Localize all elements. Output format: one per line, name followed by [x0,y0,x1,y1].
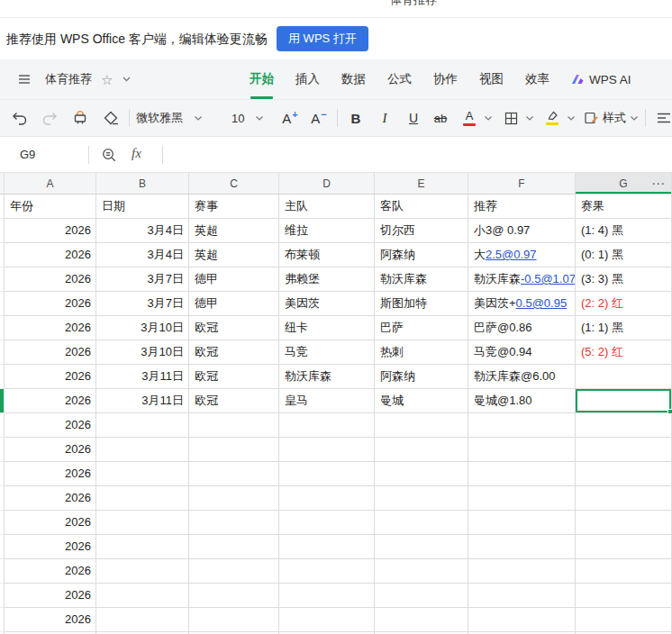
cell-D9[interactable]: 皇马 [279,389,375,413]
cell-B7[interactable]: 3月10日 [96,340,189,365]
cell-B8[interactable]: 3月11日 [96,365,189,389]
cell-A14[interactable]: 2026 [5,511,96,535]
cell-A11[interactable]: 2026 [5,438,96,462]
cell-D16[interactable] [279,559,375,584]
format-painter-button[interactable] [68,105,92,131]
cell-G8[interactable] [576,365,672,389]
cell-E6[interactable]: 巴萨 [375,316,468,340]
tab-insert[interactable]: 插入 [295,59,320,99]
cell-E7[interactable]: 热刺 [375,340,468,365]
cell-A15[interactable]: 2026 [5,535,96,559]
cell-A5[interactable]: 2026 [5,292,96,316]
italic-button[interactable]: I [373,105,396,131]
cell-B1[interactable]: 日期 [96,195,189,219]
cell-G15[interactable] [576,535,672,559]
cell-A18[interactable]: 2026 [5,608,96,632]
cell-B18[interactable] [96,608,189,632]
column-header-A[interactable]: A [5,173,96,194]
cell-C4[interactable]: 德甲 [189,267,279,292]
redo-button[interactable] [38,105,61,131]
cell-G10[interactable] [576,413,672,438]
cell-E12[interactable] [375,462,468,486]
cell-A12[interactable]: 2026 [5,462,96,486]
tab-view[interactable]: 视图 [479,59,504,99]
cell-C13[interactable] [189,486,279,511]
cell-E18[interactable] [375,608,468,632]
cell-D5[interactable]: 美因茨 [279,292,375,316]
cell-A13[interactable]: 2026 [5,486,96,511]
cell-F11[interactable] [468,438,576,462]
tab-formulas[interactable]: 公式 [387,59,412,99]
name-box[interactable]: G9 [20,137,35,172]
column-header-C[interactable]: C [189,173,279,194]
cell-E3[interactable]: 阿森纳 [375,243,468,267]
cell-F2[interactable]: 小3@ 0.97 [468,219,576,243]
cell-B12[interactable] [96,462,189,486]
cell-A3[interactable]: 2026 [5,243,96,267]
cell-A17[interactable]: 2026 [5,584,96,608]
cell-D4[interactable]: 弗赖堡 [279,267,375,292]
cell-D15[interactable] [279,535,375,559]
cell-E5[interactable]: 斯图加特 [375,292,468,316]
cell-E14[interactable] [375,511,468,535]
zoom-search-icon[interactable] [101,147,118,164]
cell-F10[interactable] [468,413,576,438]
cell-C11[interactable] [189,438,279,462]
cell-F16[interactable] [468,559,576,584]
hamburger-menu-icon[interactable] [13,67,36,92]
font-size-select[interactable]: 10 [232,112,269,125]
cell-A9[interactable]: 2026 [5,389,96,413]
cell-G18[interactable] [576,608,672,632]
align-left-button[interactable] [652,105,672,131]
cell-G17[interactable] [576,584,672,608]
cell-hyperlink[interactable]: 2.5@0.97 [486,248,537,261]
cell-B5[interactable]: 3月7日 [96,292,189,316]
cell-C14[interactable] [189,511,279,535]
cell-E9[interactable]: 曼城 [375,389,468,413]
cell-B2[interactable]: 3月4日 [96,219,189,243]
cell-G13[interactable] [576,486,672,511]
cell-E11[interactable] [375,438,468,462]
font-family-select[interactable]: 微软雅黑 [136,110,219,126]
cell-F4[interactable]: 勒沃库森-0.5@1.07 [468,267,576,292]
chevron-down-icon[interactable] [525,115,534,122]
cell-F13[interactable] [468,486,576,511]
cell-G3[interactable]: (0: 1) 黑 [576,243,672,267]
more-columns-icon[interactable]: ⋯ [651,173,666,194]
cell-F8[interactable]: 勒沃库森@6.00 [468,365,576,389]
cell-C16[interactable] [189,559,279,584]
strikethrough-button[interactable]: ab [429,105,452,131]
cell-A6[interactable]: 2026 [5,316,96,340]
chevron-down-icon[interactable] [122,76,132,83]
tab-collaborate[interactable]: 协作 [433,59,458,99]
column-header-F[interactable]: F [468,173,576,194]
cell-E10[interactable] [375,413,468,438]
cell-styles-button[interactable]: 样式 [584,110,639,126]
cell-C17[interactable] [189,584,279,608]
favorite-star-icon[interactable]: ☆ [101,73,113,86]
cell-A10[interactable]: 2026 [5,413,96,438]
cell-A1[interactable]: 年份 [5,195,96,219]
chevron-down-icon[interactable] [484,115,493,122]
cell-C18[interactable] [189,608,279,632]
cell-C3[interactable]: 英超 [189,243,279,267]
cell-F7[interactable]: 马竞@0.94 [468,340,576,365]
borders-button[interactable] [499,105,522,131]
cell-G11[interactable] [576,438,672,462]
cell-D11[interactable] [279,438,375,462]
cell-C8[interactable]: 欧冠 [189,365,279,389]
underline-button[interactable]: U [402,105,425,131]
cell-G5[interactable]: (2: 2) 红 [576,292,672,316]
cell-D14[interactable] [279,511,375,535]
cell-D10[interactable] [279,413,375,438]
cell-C6[interactable]: 欧冠 [189,316,279,340]
cell-C15[interactable] [189,535,279,559]
cell-D1[interactable]: 主队 [279,195,375,219]
column-header-E[interactable]: E [375,173,468,194]
cell-C2[interactable]: 英超 [189,219,279,243]
cell-B15[interactable] [96,535,189,559]
cell-F14[interactable] [468,511,576,535]
decrease-font-button[interactable]: A− [307,105,331,131]
cell-B6[interactable]: 3月10日 [96,316,189,340]
cell-G12[interactable] [576,462,672,486]
